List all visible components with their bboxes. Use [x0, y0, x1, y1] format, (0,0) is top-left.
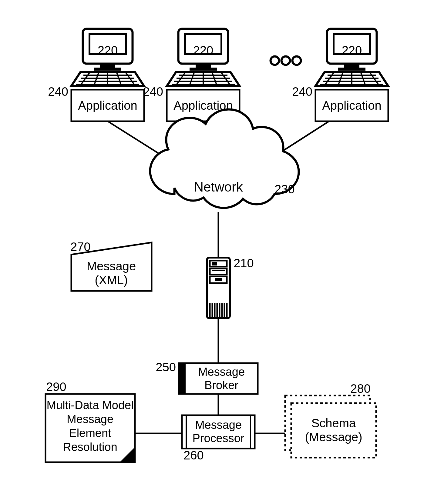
processor-line1: Message	[195, 419, 242, 431]
diagram: 220 Application 240 240 220 Application …	[0, 0, 434, 504]
client-3-app-label: Application	[322, 99, 382, 112]
message-shape: 270 Message (XML)	[70, 240, 152, 291]
ellipsis-icon	[271, 56, 301, 65]
client-2-screen-ref: 220	[193, 44, 214, 57]
resolver-line4: Resolution	[63, 441, 117, 453]
resolver-box: Multi-Data Model Message Element Resolut…	[45, 380, 135, 462]
client-1-ref-right: 240	[143, 85, 163, 98]
processor-ref: 260	[183, 449, 204, 462]
resolver-line3: Element	[69, 427, 111, 439]
svg-rect-35	[179, 363, 186, 394]
broker-ref: 250	[156, 360, 176, 374]
network-label: Network	[194, 179, 243, 194]
processor-line2: Processor	[192, 432, 244, 445]
schema-line1: Schema	[311, 416, 356, 430]
client-1-ref-left: 240	[48, 85, 68, 98]
client-3-screen-ref: 220	[342, 44, 362, 57]
client-1: 220 Application 240 240	[48, 29, 163, 121]
schema-box: Schema (Message) 280	[285, 382, 376, 458]
client-1-screen-ref: 220	[98, 44, 118, 57]
broker-line2: Broker	[204, 379, 238, 392]
client-3-ref: 240	[292, 85, 312, 98]
schema-ref: 280	[350, 382, 371, 395]
message-line1: Message	[87, 259, 136, 273]
message-ref: 270	[70, 240, 91, 253]
client-2: 220 Application	[167, 29, 240, 121]
resolver-ref: 290	[46, 380, 66, 393]
client-3: 220 Application 240	[292, 29, 388, 121]
client-1-app-label: Application	[78, 99, 137, 112]
network-cloud: Network 230	[150, 109, 299, 208]
server-ref: 210	[234, 256, 254, 270]
resolver-line1: Multi-Data Model	[46, 399, 133, 412]
network-ref: 230	[274, 182, 295, 196]
message-broker-box: Message Broker 250	[156, 360, 258, 394]
message-line2: (XML)	[95, 273, 128, 287]
schema-line2: (Message)	[305, 430, 362, 444]
broker-line1: Message	[198, 365, 245, 378]
message-processor-box: Message Processor 260	[182, 415, 255, 462]
server: 210	[207, 256, 254, 318]
resolver-line2: Message	[67, 413, 113, 426]
